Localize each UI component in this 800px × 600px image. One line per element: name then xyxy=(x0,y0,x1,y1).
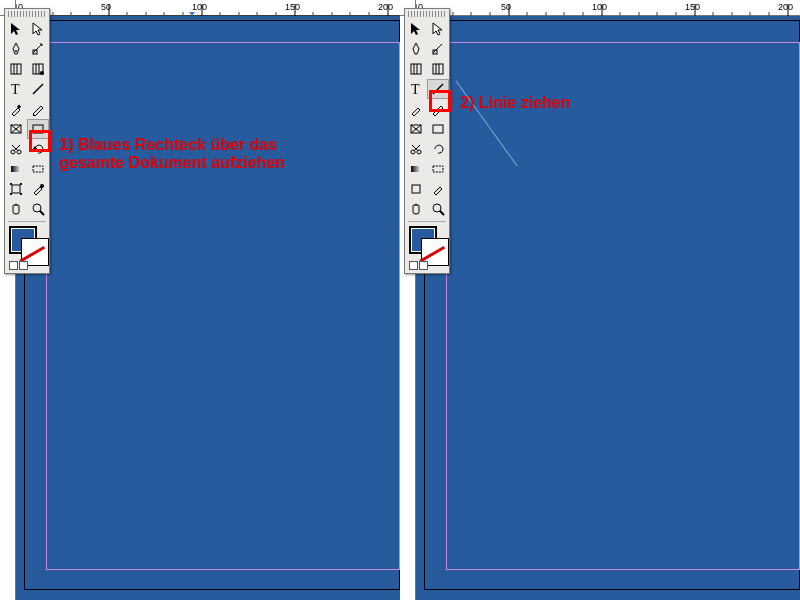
gradient-swatch-tool[interactable] xyxy=(427,159,449,179)
selection-tool[interactable] xyxy=(405,19,427,39)
svg-line-38 xyxy=(33,84,43,94)
svg-text:T: T xyxy=(11,82,20,96)
swatch-toggles[interactable] xyxy=(9,261,28,270)
annotation-1: 1) Blaues Rechteck über das gesamte Doku… xyxy=(59,136,289,172)
svg-point-106 xyxy=(433,204,441,212)
selection-tool[interactable] xyxy=(5,19,27,39)
hand-tool[interactable] xyxy=(405,199,427,219)
color-picker-tool[interactable] xyxy=(27,179,49,199)
scissors-tool[interactable] xyxy=(405,139,427,159)
svg-point-28 xyxy=(15,50,17,52)
color-swatches[interactable] xyxy=(9,226,45,270)
column-guides-tool-2[interactable] xyxy=(427,59,449,79)
hand-tool[interactable] xyxy=(5,199,27,219)
pen-tool[interactable] xyxy=(5,39,27,59)
svg-rect-87 xyxy=(411,64,421,74)
color-picker-tool[interactable] xyxy=(427,179,449,199)
annotation-2: 2) Linie ziehen xyxy=(460,94,570,112)
pane-right: 0 50 100 150 200 T xyxy=(400,0,800,600)
toolbox-grip[interactable] xyxy=(408,11,446,17)
separator xyxy=(408,221,446,223)
svg-rect-52 xyxy=(10,183,12,185)
svg-rect-90 xyxy=(433,64,443,74)
pane-left: 0 50 100 150 200 T xyxy=(0,0,400,600)
svg-text:100: 100 xyxy=(592,2,607,12)
svg-rect-30 xyxy=(11,64,21,74)
svg-rect-49 xyxy=(11,166,21,172)
svg-rect-55 xyxy=(20,193,22,195)
toolbox[interactable]: T xyxy=(404,8,450,274)
type-tool[interactable]: T xyxy=(5,79,27,99)
shear-tool[interactable] xyxy=(427,39,449,59)
zoom-tool[interactable] xyxy=(427,199,449,219)
highlight-line-tool xyxy=(429,90,451,112)
svg-text:50: 50 xyxy=(101,2,111,12)
pen-tool[interactable] xyxy=(405,39,427,59)
scissors-tool[interactable] xyxy=(5,139,27,159)
frame-tool[interactable] xyxy=(5,119,27,139)
svg-rect-98 xyxy=(433,125,443,133)
frame-tool[interactable] xyxy=(405,119,427,139)
svg-text:100: 100 xyxy=(192,2,207,12)
free-transform-tool[interactable] xyxy=(405,179,427,199)
gradient-tool[interactable] xyxy=(5,159,27,179)
svg-text:50: 50 xyxy=(501,2,511,12)
eyedropper-tool[interactable] xyxy=(405,99,427,119)
rectangle-tool[interactable] xyxy=(427,119,449,139)
svg-text:200: 200 xyxy=(778,2,793,12)
svg-point-56 xyxy=(40,184,44,188)
svg-text:150: 150 xyxy=(685,2,700,12)
svg-rect-54 xyxy=(10,193,12,195)
swatch-toggles[interactable] xyxy=(409,261,428,270)
svg-line-107 xyxy=(440,211,444,215)
svg-rect-50 xyxy=(33,166,43,172)
color-swatches[interactable] xyxy=(409,226,445,270)
svg-line-58 xyxy=(40,211,44,215)
margin-guide xyxy=(46,42,400,570)
ruler-horizontal[interactable]: 0 50 100 150 200 xyxy=(416,0,800,16)
svg-rect-104 xyxy=(433,166,443,172)
ruler-horizontal[interactable]: 0 50 100 150 200 xyxy=(16,0,400,16)
svg-point-36 xyxy=(40,71,44,75)
svg-text:150: 150 xyxy=(285,2,300,12)
svg-point-57 xyxy=(33,204,41,212)
svg-rect-51 xyxy=(12,185,20,193)
pencil-tool[interactable] xyxy=(27,99,49,119)
eyedropper-tool[interactable] xyxy=(5,99,27,119)
type-tool[interactable]: T xyxy=(405,79,427,99)
free-transform-tool[interactable] xyxy=(5,179,27,199)
direct-selection-tool[interactable] xyxy=(427,19,449,39)
svg-text:T: T xyxy=(411,82,420,96)
svg-rect-53 xyxy=(20,183,22,185)
column-guides-tool[interactable] xyxy=(405,59,427,79)
gradient-tool[interactable] xyxy=(405,159,427,179)
highlight-rectangle-tool xyxy=(29,130,51,152)
column-guides-tool-2[interactable] xyxy=(27,59,49,79)
rotate-tool[interactable] xyxy=(427,139,449,159)
line-tool[interactable] xyxy=(27,79,49,99)
separator xyxy=(8,221,46,223)
shear-tool[interactable] xyxy=(27,39,49,59)
direct-selection-tool[interactable] xyxy=(27,19,49,39)
svg-rect-105 xyxy=(412,185,420,193)
svg-rect-103 xyxy=(411,166,421,172)
margin-guide xyxy=(446,42,800,570)
zoom-tool[interactable] xyxy=(27,199,49,219)
gradient-swatch-tool[interactable] xyxy=(27,159,49,179)
svg-text:200: 200 xyxy=(378,2,393,12)
canvas-left[interactable] xyxy=(16,16,400,600)
toolbox-grip[interactable] xyxy=(8,11,46,17)
column-guides-tool[interactable] xyxy=(5,59,27,79)
